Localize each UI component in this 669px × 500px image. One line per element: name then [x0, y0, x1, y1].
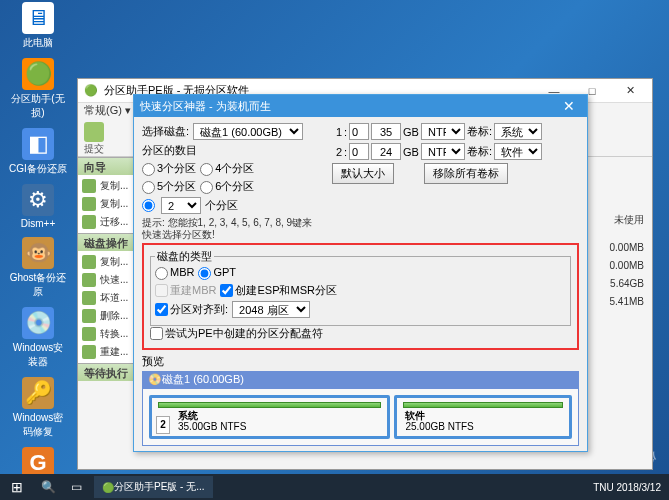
gear-icon: ⚙ [22, 184, 54, 216]
fs-2[interactable]: NTFS [421, 143, 465, 160]
check-pe-letter[interactable]: 尝试为PE中创建的分区分配盘符 [150, 326, 323, 341]
radio-mbr[interactable]: MBR [155, 266, 194, 280]
preview-box: 2 系统35.00GB NTFS 软件25.00GB NTFS [142, 388, 579, 446]
partition-row-1: 1: GB NTFS 卷标: 系统 [332, 123, 579, 140]
preview-partition-2: 软件25.00GB NTFS [394, 395, 572, 439]
desktop-icon-dism[interactable]: ⚙Dism++ [8, 184, 68, 229]
computer-icon: 🖥 [22, 2, 54, 34]
disk-type-legend: 磁盘的类型 [155, 249, 214, 264]
desktop-icons: 🖥此电脑 🟢分区助手(无损) ◧CGI备份还原 ⚙Dism++ 🐵Ghost备份… [8, 2, 68, 500]
commit-icon [84, 122, 104, 142]
ghost-icon: 🐵 [22, 237, 54, 269]
disk-type-group: 磁盘的类型 MBR GPT 重建MBR 创建ESP和MSR分区 分区对齐到: 2… [150, 249, 571, 326]
preview-label: 预览 [142, 354, 579, 369]
warning-note: 特别注意: 执行此操作后, 当前所选磁盘上已经存在的所有分区将被删除! 按回车键… [142, 450, 579, 451]
desktop-icon-ghost[interactable]: 🐵Ghost备份还原 [8, 237, 68, 299]
align-select[interactable]: 2048 扇区 [232, 301, 310, 318]
desktop-icon-cgi[interactable]: ◧CGI备份还原 [8, 128, 68, 176]
taskbar-taskview-icon[interactable]: ▭ [62, 480, 90, 494]
taskbar: ⊞ 🔍 ▭ 🟢 分区助手PE版 - 无... TNU 2018/3/12 [0, 474, 669, 500]
shortcut-tip: 提示: 您能按1, 2, 3, 4, 5, 6, 7, 8, 9键来快速选择分区… [142, 217, 322, 241]
spin-2[interactable] [349, 143, 369, 160]
desktop-icon-winpwd[interactable]: 🔑Windows密码修复 [8, 377, 68, 439]
desktop-icon-wininstall[interactable]: 💿Windows安装器 [8, 307, 68, 369]
radio-5[interactable]: 5个分区 [142, 179, 196, 194]
disk-select[interactable]: 磁盘1 (60.00GB) [193, 123, 303, 140]
close-button[interactable]: ✕ [614, 84, 646, 97]
radio-3[interactable]: 3个分区 [142, 161, 196, 176]
taskbar-clock[interactable]: TNU 2018/3/12 [585, 482, 669, 493]
dialog-title: 快速分区神器 - 为装机而生 [140, 99, 271, 114]
disk-type-highlight: 磁盘的类型 MBR GPT 重建MBR 创建ESP和MSR分区 分区对齐到: 2… [142, 243, 579, 350]
item-icon [82, 309, 96, 323]
check-rebuild-mbr: 重建MBR [155, 283, 216, 298]
check-align[interactable]: 分区对齐到: [155, 302, 228, 317]
custom-count-select[interactable]: 2 [161, 197, 201, 214]
spin-1[interactable] [349, 123, 369, 140]
start-button[interactable]: ⊞ [0, 474, 34, 500]
radio-6[interactable]: 6个分区 [200, 179, 254, 194]
key-icon: 🔑 [22, 377, 54, 409]
partition-count-label: 分区的数目 [142, 143, 197, 158]
item-icon [82, 215, 96, 229]
desktop: 🖥此电脑 🟢分区助手(无损) ◧CGI备份还原 ⚙Dism++ 🐵Ghost备份… [0, 0, 669, 500]
dialog-close-button[interactable]: ✕ [557, 98, 581, 114]
custom-suffix: 个分区 [205, 198, 238, 213]
app-icon: 🟢 [84, 84, 98, 97]
preview-diskname: 📀 磁盘1 (60.00GB) [142, 371, 579, 388]
taskbar-app[interactable]: 🟢 分区助手PE版 - 无... [94, 476, 213, 498]
check-esp-msr[interactable]: 创建ESP和MSR分区 [220, 283, 336, 298]
desktop-icon-pc[interactable]: 🖥此电脑 [8, 2, 68, 50]
commit-button[interactable]: 提交 [84, 122, 104, 156]
taskbar-search-icon[interactable]: 🔍 [34, 480, 62, 494]
size-1[interactable] [371, 123, 401, 140]
size-2[interactable] [371, 143, 401, 160]
select-disk-label: 选择磁盘: [142, 124, 189, 139]
vol-2[interactable]: 软件 [494, 143, 542, 160]
vol-1[interactable]: 系统 [494, 123, 542, 140]
preview-partition-1: 2 系统35.00GB NTFS [149, 395, 390, 439]
radio-custom[interactable] [142, 199, 157, 213]
desktop-icon-partition[interactable]: 🟢分区助手(无损) [8, 58, 68, 120]
item-icon [82, 291, 96, 305]
item-icon [82, 345, 96, 359]
disk-info-strip: 未使用 0.00MB 0.00MB 5.64GB 5.41MB [588, 213, 648, 314]
dialog-titlebar: 快速分区神器 - 为装机而生 ✕ [134, 95, 587, 117]
quick-partition-dialog: 快速分区神器 - 为装机而生 ✕ 选择磁盘: 磁盘1 (60.00GB) 分区的… [133, 94, 588, 452]
item-icon [82, 255, 96, 269]
remove-labels-button[interactable]: 移除所有卷标 [424, 163, 508, 184]
fs-1[interactable]: NTFS [421, 123, 465, 140]
partition-row-2: 2: GB NTFS 卷标: 软件 [332, 143, 579, 160]
item-icon [82, 197, 96, 211]
item-icon [82, 179, 96, 193]
disc-icon: 💿 [22, 307, 54, 339]
item-icon [82, 327, 96, 341]
item-icon [82, 273, 96, 287]
partition-icon: 🟢 [22, 58, 54, 90]
default-size-button[interactable]: 默认大小 [332, 163, 394, 184]
radio-gpt[interactable]: GPT [198, 266, 236, 280]
radio-4[interactable]: 4个分区 [200, 161, 254, 176]
backup-icon: ◧ [22, 128, 54, 160]
